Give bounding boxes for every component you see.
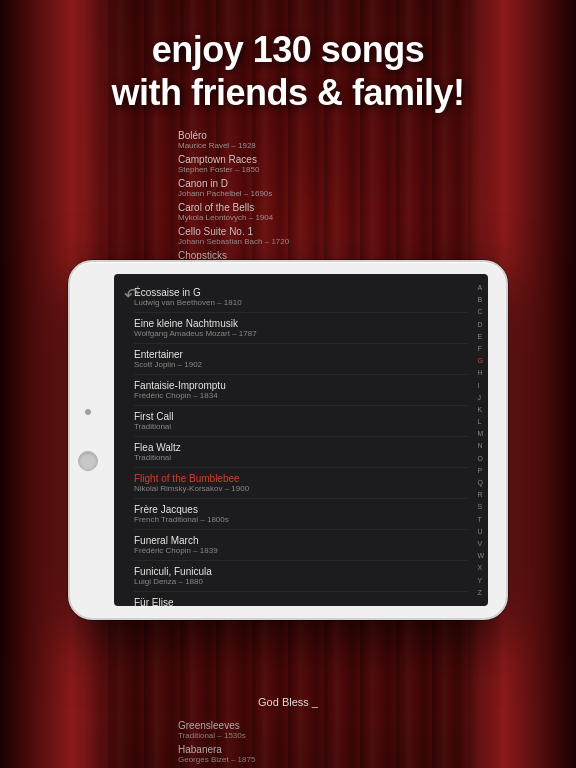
alphabet-letter-n[interactable]: N — [477, 442, 484, 449]
screen-song-item[interactable]: Frère Jacques French Traditional – 1800s — [134, 499, 468, 530]
screen-song-title: Flight of the Bumblebee — [134, 473, 468, 484]
alphabet-letter-k[interactable]: K — [477, 406, 484, 413]
alphabet-letter-y[interactable]: Y — [477, 577, 484, 584]
alphabet-letter-c[interactable]: C — [477, 308, 484, 315]
screen-song-item[interactable]: Entertainer Scott Joplin – 1902 — [134, 344, 468, 375]
screen-song-item[interactable]: Flight of the Bumblebee Nikolai Rimsky-K… — [134, 468, 468, 499]
alphabet-letter-d[interactable]: D — [477, 321, 484, 328]
screen-song-subtitle: Traditional — [134, 422, 468, 431]
screen-song-title: Funeral March — [134, 535, 468, 546]
alphabet-letter-w[interactable]: W — [477, 552, 484, 559]
screen-song-item[interactable]: Eine kleine Nachtmusik Wolfgang Amadeus … — [134, 313, 468, 344]
alphabet-letter-j[interactable]: J — [477, 394, 484, 401]
alphabet-letter-u[interactable]: U — [477, 528, 484, 535]
bottom-song-subtitle: Georges Bizet – 1875 — [178, 755, 398, 764]
bottom-song-title: Habanera — [178, 744, 398, 755]
screen-song-subtitle: Nikolai Rimsky-Korsakov – 1900 — [134, 484, 468, 493]
screen-song-subtitle: Ludwig van Beethoven – 1810 — [134, 298, 468, 307]
alphabet-letter-r[interactable]: R — [477, 491, 484, 498]
header-area: enjoy 130 songs with friends & family! — [0, 0, 576, 280]
screen-song-subtitle: Scott Joplin – 1902 — [134, 360, 468, 369]
alphabet-letter-g[interactable]: G — [477, 357, 484, 364]
screen-song-title: Für Elise — [134, 597, 468, 606]
screen-song-item[interactable]: Flea Waltz Traditional — [134, 437, 468, 468]
screen-song-item[interactable]: Funeral March Frédéric Chopin – 1839 — [134, 530, 468, 561]
screen-song-title: Fantaisie-Impromptu — [134, 380, 468, 391]
screen-song-item[interactable]: Funiculi, Funicula Luigi Denza – 1880 — [134, 561, 468, 592]
alphabet-letter-e[interactable]: E — [477, 333, 484, 340]
alphabet-letter-i[interactable]: I — [477, 382, 484, 389]
screen-song-subtitle: French Traditional – 1800s — [134, 515, 468, 524]
alphabet-letter-b[interactable]: B — [477, 296, 484, 303]
alphabet-letter-l[interactable]: L — [477, 418, 484, 425]
screen-song-title: Funiculi, Funicula — [134, 566, 468, 577]
bottom-song-item: Habanera Georges Bizet – 1875 — [178, 744, 398, 764]
alphabet-letter-a[interactable]: A — [477, 284, 484, 291]
alphabet-letter-v[interactable]: V — [477, 540, 484, 547]
screen-song-subtitle: Traditional — [134, 453, 468, 462]
header-title: enjoy 130 songs with friends & family! — [91, 28, 484, 114]
screen-song-list: Écossaise in G Ludwig van Beethoven – 18… — [134, 274, 468, 606]
screen-song-title: Flea Waltz — [134, 442, 468, 453]
tablet-left-buttons — [78, 409, 98, 471]
bottom-song-list: Greensleeves Traditional – 1530s Habaner… — [178, 720, 398, 768]
alphabet-letter-s[interactable]: S — [477, 503, 484, 510]
back-arrow-icon[interactable]: ↶ — [124, 284, 139, 306]
alphabet-index: ABCDEFGHIJKLMNOPQRSTUVWXYZ — [477, 284, 484, 596]
tablet-screen: ↶ Écossaise in G Ludwig van Beethoven – … — [114, 274, 488, 606]
alphabet-letter-f[interactable]: F — [477, 345, 484, 352]
bottom-song-subtitle: Traditional – 1530s — [178, 731, 398, 740]
screen-song-title: Entertainer — [134, 349, 468, 360]
screen-song-item[interactable]: Écossaise in G Ludwig van Beethoven – 18… — [134, 282, 468, 313]
screen-song-subtitle: Wolfgang Amadeus Mozart – 1787 — [134, 329, 468, 338]
tablet-camera — [85, 409, 91, 415]
screen-song-item[interactable]: First Call Traditional — [134, 406, 468, 437]
alphabet-letter-t[interactable]: T — [477, 516, 484, 523]
alphabet-letter-q[interactable]: Q — [477, 479, 484, 486]
tablet-frame: ↶ Écossaise in G Ludwig van Beethoven – … — [68, 260, 508, 620]
god-bless-label: God Bless _ — [258, 696, 318, 708]
alphabet-letter-h[interactable]: H — [477, 369, 484, 376]
tablet-home-button[interactable] — [78, 451, 98, 471]
tablet-wrapper: ↶ Écossaise in G Ludwig van Beethoven – … — [68, 260, 508, 620]
screen-song-title: Eine kleine Nachtmusik — [134, 318, 468, 329]
alphabet-letter-m[interactable]: M — [477, 430, 484, 437]
screen-song-subtitle: Frédéric Chopin – 1834 — [134, 391, 468, 400]
alphabet-letter-z[interactable]: Z — [477, 589, 484, 596]
bottom-song-item: Greensleeves Traditional – 1530s — [178, 720, 398, 740]
screen-song-title: Écossaise in G — [134, 287, 468, 298]
alphabet-letter-p[interactable]: P — [477, 467, 484, 474]
screen-song-title: First Call — [134, 411, 468, 422]
screen-song-item[interactable]: Für Elise Ludwig van Beethoven – 1810 — [134, 592, 468, 606]
screen-song-subtitle: Frédéric Chopin – 1839 — [134, 546, 468, 555]
header-line1: enjoy 130 songs — [152, 29, 425, 70]
bottom-song-title: Greensleeves — [178, 720, 398, 731]
screen-song-title: Frère Jacques — [134, 504, 468, 515]
alphabet-letter-x[interactable]: X — [477, 564, 484, 571]
header-line2: with friends & family! — [111, 72, 464, 113]
screen-song-item[interactable]: Fantaisie-Impromptu Frédéric Chopin – 18… — [134, 375, 468, 406]
alphabet-letter-o[interactable]: O — [477, 455, 484, 462]
screen-song-subtitle: Luigi Denza – 1880 — [134, 577, 468, 586]
